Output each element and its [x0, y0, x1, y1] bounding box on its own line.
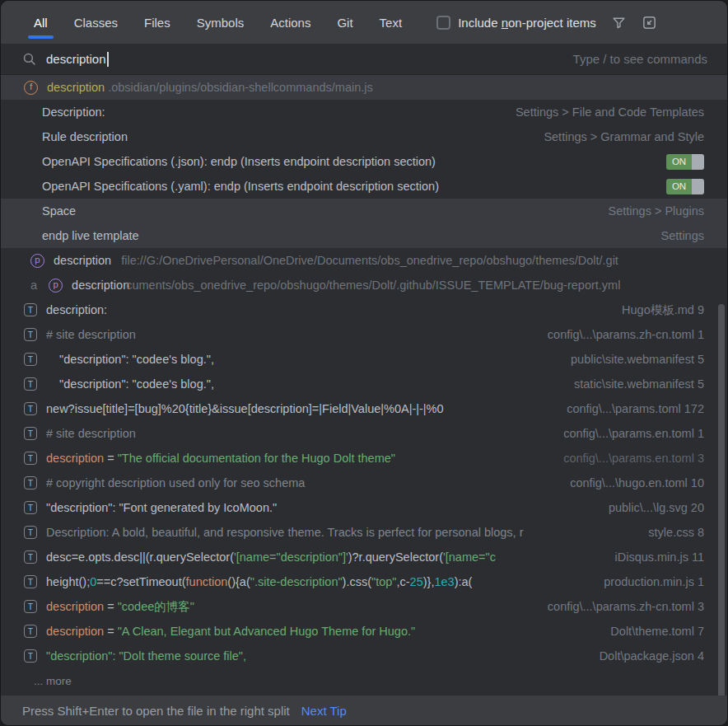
result-location: config\...\params.toml 172 [567, 402, 704, 415]
toggle-on-label: ON [666, 179, 692, 194]
result-text: # site description [46, 427, 555, 440]
text-occurrence-icon: T [24, 600, 37, 613]
result-row[interactable]: apdescriptioncuments/obs_onedrive_repo/o… [1, 273, 727, 297]
footer-bar: Press Shift+Enter to open the file in th… [1, 696, 727, 725]
result-row[interactable]: T"description": "Font generated by IcoMo… [1, 495, 727, 520]
function-icon: f [24, 81, 38, 95]
result-location: style.css 8 [648, 526, 704, 539]
tabs-bar: AllClassesFilesSymbolsActionsGitText Inc… [1, 1, 727, 44]
result-row[interactable]: OpenAPI Specifications (.yaml): endp (In… [1, 174, 727, 199]
result-row[interactable]: Tdescription:Hugo模板.md 9 [1, 297, 727, 322]
result-text: Space [42, 204, 600, 218]
overlap-path-right: cuments/obs_onedrive_repo/obshugo/themes… [126, 279, 620, 292]
result-location: public\site.webmanifest 5 [571, 353, 704, 366]
result-row[interactable]: Tdesc=e.opts.desc||(r.querySelector('[na… [1, 545, 727, 569]
tab-all[interactable]: All [21, 1, 61, 44]
tab-actions[interactable]: Actions [257, 1, 324, 44]
text-occurrence-icon: T [24, 427, 37, 440]
result-location: config\...\params.en.toml 3 [563, 452, 704, 465]
text-occurrence-icon: T [24, 377, 37, 391]
result-row[interactable]: fdescription .obsidian/plugins/obsidian-… [1, 75, 727, 100]
results-list: fdescription .obsidian/plugins/obsidian-… [1, 75, 727, 696]
result-location: production.min.js 1 [604, 575, 704, 588]
result-text: description = "codee的博客" [46, 599, 539, 615]
include-non-project-checkbox[interactable]: Include non-project items [436, 16, 596, 30]
result-row[interactable]: T"description": "Dolt theme source file"… [1, 644, 727, 668]
text-occurrence-icon: T [24, 476, 37, 489]
result-row[interactable]: T# site descriptionconfig\...\params.zh-… [1, 322, 727, 347]
result-text: endp live template [42, 229, 653, 242]
search-input-value: description [46, 52, 106, 66]
filter-icon[interactable] [611, 15, 627, 30]
result-row[interactable]: T "description": "codee's blog.",public\… [1, 347, 727, 372]
result-row[interactable]: pdescription file://G:/OneDrivePersonal/… [1, 248, 727, 273]
text-occurrence-icon: T [24, 303, 37, 316]
result-row[interactable]: Tnew?issue[title]=[bug]%20{title}&issue[… [1, 396, 727, 421]
tab-symbols[interactable]: Symbols [184, 1, 258, 44]
text-occurrence-icon: T [24, 575, 37, 588]
include-non-project-label: Include non-project items [458, 16, 596, 30]
tab-classes[interactable]: Classes [61, 1, 131, 44]
toggle-knob [692, 179, 704, 194]
result-row[interactable]: Tdescription = "codee的博客"config\...\para… [1, 594, 727, 619]
tab-git[interactable]: Git [324, 1, 366, 44]
result-text: description .obsidian/plugins/obsidian-s… [47, 81, 704, 94]
overlap-path-left: a [30, 279, 37, 292]
result-label: description [72, 279, 129, 292]
tab-files[interactable]: Files [131, 1, 184, 44]
result-location: config\...\params.en.toml 1 [563, 427, 704, 440]
result-row[interactable]: T# site descriptionconfig\...\params.en.… [1, 421, 727, 446]
checkbox-box-icon[interactable] [436, 16, 450, 30]
text-occurrence-icon: T [24, 353, 37, 366]
result-location: config\...\params.zh-cn.toml 1 [548, 328, 704, 341]
result-text: desc=e.opts.desc||(r.querySelector('[nam… [46, 550, 606, 564]
search-field[interactable]: description Type / to see commands [1, 44, 727, 75]
result-text: OpenAPI Specifications (.yaml): endp (In… [42, 180, 658, 193]
scope-tabs: AllClassesFilesSymbolsActionsGitText [21, 1, 415, 44]
result-location: config\...\params.zh-cn.toml 3 [548, 600, 704, 613]
toggle-knob [692, 154, 704, 170]
text-occurrence-icon: T [24, 649, 37, 663]
open-in-find-window-icon[interactable] [642, 15, 657, 30]
result-text: # copyright description used only for se… [46, 476, 562, 489]
result-row[interactable]: Rule descriptionSettings > Grammar and S… [1, 124, 727, 149]
result-text: Description: [42, 105, 507, 119]
text-occurrence-icon: T [24, 328, 37, 341]
text-occurrence-icon: T [24, 550, 37, 564]
result-location: public\...\lg.svg 20 [609, 501, 704, 514]
result-row[interactable]: Tdescription = "The official documentati… [1, 446, 727, 471]
result-row[interactable]: T# copyright description used only for s… [1, 471, 727, 495]
result-row[interactable]: TDescription: A bold, beautiful, and res… [1, 520, 727, 545]
result-row[interactable]: OpenAPI Specifications (.json): endp (In… [1, 149, 727, 174]
more-results-row[interactable]: ... more [1, 668, 727, 693]
toggle-on-label: ON [666, 154, 692, 170]
scrollbar-thumb[interactable] [718, 304, 725, 698]
on-off-toggle[interactable]: ON [666, 179, 704, 194]
result-location: static\site.webmanifest 5 [574, 377, 704, 391]
result-row[interactable]: Theight();0==c?setTimeout(function(){a("… [1, 569, 727, 594]
result-location: Settings > Grammar and Style [544, 130, 704, 143]
search-input[interactable]: description [46, 52, 109, 67]
next-tip-link[interactable]: Next Tip [301, 704, 347, 718]
result-text: Rule description [42, 130, 535, 143]
result-location: Dolt\package.json 4 [600, 649, 704, 663]
tab-text[interactable]: Text [366, 1, 416, 44]
result-location: Hugo模板.md 9 [622, 302, 704, 318]
result-row[interactable]: SpaceSettings > Plugins [1, 199, 727, 223]
result-text: "description": "Font generated by IcoMoo… [46, 501, 600, 514]
result-location: iDisqus.min.js 11 [614, 550, 704, 564]
property-icon: p [30, 254, 44, 268]
result-location: config\...\hugo.en.toml 10 [570, 476, 704, 489]
search-icon [22, 52, 36, 66]
text-occurrence-icon: T [24, 452, 37, 465]
result-text: OpenAPI Specifications (.json): endp (In… [42, 155, 658, 168]
search-everywhere-dialog: AllClassesFilesSymbolsActionsGitText Inc… [0, 0, 728, 726]
text-occurrence-icon: T [24, 526, 37, 539]
result-text: description: [46, 303, 614, 316]
result-text: description file://G:/OneDrivePersonal/O… [54, 254, 704, 267]
on-off-toggle[interactable]: ON [666, 154, 704, 170]
result-row[interactable]: Description:Settings > File and Code Tem… [1, 100, 727, 124]
result-row[interactable]: Tdescription = "A Clean, Elegant but Adv… [1, 619, 727, 644]
result-row[interactable]: T "description": "codee's blog.",static\… [1, 372, 727, 396]
result-row[interactable]: endp live templateSettings [1, 223, 727, 248]
